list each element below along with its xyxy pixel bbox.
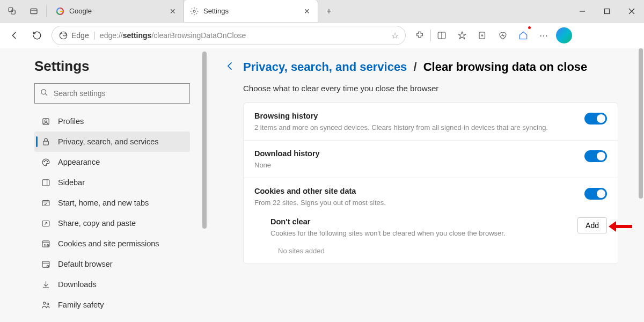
sidebar-item-cookies[interactable]: Cookies and site permissions [34,233,190,254]
svg-rect-12 [43,141,48,145]
tab-actions-icon[interactable] [25,2,43,20]
breadcrumb: Privacy, search, and services / Clear br… [225,60,618,74]
back-button[interactable] [4,25,25,46]
svg-point-24 [47,303,49,305]
search-settings-input[interactable] [34,83,190,104]
svg-rect-1 [11,10,16,14]
sidebar-item-privacy[interactable]: Privacy, search, and services [34,131,190,152]
browser-icon [41,259,50,269]
favorites-icon[interactable] [452,25,472,46]
row-cookies: Cookies and other site data From 22 site… [244,178,618,212]
google-icon [55,6,65,16]
no-sites-text: No sites added [244,243,618,264]
tab-google[interactable]: Google ✕ [50,0,184,22]
add-site-button[interactable]: Add [577,217,607,233]
split-screen-icon[interactable] [432,25,451,46]
row-dont-clear: Don't clear Cookies for the following si… [244,212,618,243]
svg-point-4 [193,10,195,12]
toggle-cookies[interactable] [584,188,607,200]
svg-point-15 [47,161,47,162]
download-icon [41,280,50,289]
cookies-icon [41,239,50,248]
svg-point-11 [45,119,47,121]
sidebar-item-default-browser[interactable]: Default browser [34,254,190,274]
svg-point-14 [45,160,46,160]
toggle-download-history[interactable] [584,150,607,162]
health-icon[interactable] [493,25,513,46]
appearance-icon [41,157,50,167]
maximize-button[interactable] [595,0,619,22]
clear-data-card: Browsing history 2 items and more on syn… [243,103,618,264]
svg-point-9 [41,89,46,94]
sidebar-scrollbar[interactable] [202,52,207,229]
extensions-icon[interactable] [410,25,429,46]
gear-icon [189,6,199,16]
svg-point-13 [43,161,44,162]
svg-point-23 [43,302,45,304]
close-icon[interactable]: ✕ [302,6,312,17]
annotation-arrow [606,219,633,234]
sidebar-item-sidebar[interactable]: Sidebar [34,172,190,193]
sidebar-item-appearance[interactable]: Appearance [34,152,190,172]
sidebar-item-share[interactable]: Share, copy and paste [34,213,190,233]
svg-rect-2 [31,9,37,13]
minimize-button[interactable] [570,0,595,22]
settings-main-panel: Privacy, search, and services / Clear br… [207,48,644,322]
workspaces-icon[interactable] [3,2,21,20]
edge-icon: Edge [58,31,89,40]
sidebar-item-downloads[interactable]: Downloads [34,274,190,295]
search-icon [40,89,48,99]
svg-rect-0 [9,8,13,12]
sidebar-icon [41,178,50,187]
more-icon[interactable]: ⋯ [534,25,553,46]
breadcrumb-parent-link[interactable]: Privacy, search, and services [243,60,407,74]
close-icon[interactable]: ✕ [167,6,178,17]
close-window-button[interactable] [619,0,644,22]
svg-rect-16 [42,179,49,185]
refresh-button[interactable] [27,25,47,46]
lock-icon [41,137,50,147]
svg-rect-5 [605,9,610,13]
divider [46,5,47,17]
profile-icon [41,116,50,126]
toggle-browsing-history[interactable] [584,113,607,125]
address-bar[interactable]: Edge | edge://settings/clearBrowsingData… [52,26,406,45]
row-browsing-history: Browsing history 2 items and more on syn… [244,103,618,141]
row-download-history: Download history None [244,141,618,178]
share-icon [41,218,50,228]
tab-label: Google [69,7,163,15]
main-scrollbar[interactable] [639,48,643,199]
sidebar-item-family[interactable]: Family safety [34,295,190,315]
collections-icon[interactable] [473,25,492,46]
copilot-button[interactable] [554,25,574,46]
family-icon [41,300,50,310]
sidebar-item-profiles[interactable]: Profiles [34,111,190,131]
hellotech-icon[interactable] [514,25,533,46]
page-subheading: Choose what to clear every time you clos… [243,84,618,93]
tab-label: Settings [203,7,297,15]
tab-settings[interactable]: Settings ✕ [184,0,318,22]
newtab-icon [41,198,50,208]
sidebar-item-start[interactable]: Start, home, and new tabs [34,193,190,213]
browser-toolbar: Edge | edge://settings/clearBrowsingData… [0,23,644,48]
breadcrumb-back-button[interactable] [225,61,236,74]
star-icon[interactable]: ☆ [391,31,399,41]
sidebar-title: Settings [34,58,192,75]
window-titlebar: Google ✕ Settings ✕ + [0,0,644,23]
settings-sidebar: Settings Profiles Privacy, search, and s… [0,48,207,322]
new-tab-button[interactable]: + [318,0,340,22]
breadcrumb-current: Clear browsing data on close [423,60,588,74]
url-text: edge://settings/clearBrowsingDataOnClose [100,31,387,40]
svg-rect-17 [42,200,49,206]
